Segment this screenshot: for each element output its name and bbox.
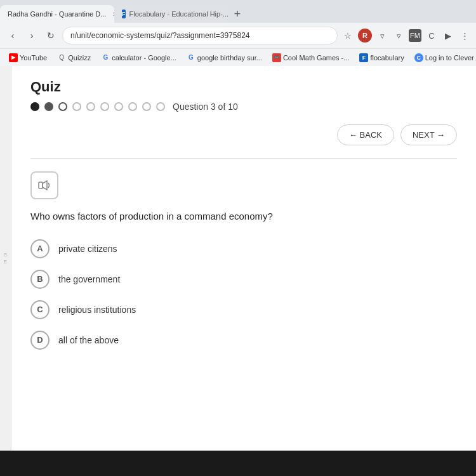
coolmath-favicon: 🎮 [272,53,281,62]
option-letter-d: D [30,331,50,350]
monitor: Radha Gandhi - Quarantine D... ✕ F Floca… [0,0,476,451]
bookmark-quizizz-label: Quizizz [68,54,91,62]
bookmark-calculator[interactable]: G calculator - Google... [97,52,180,63]
google-birthday-favicon: G [187,53,195,62]
sidebar: S E [0,66,11,451]
option-letter-a: A [30,239,50,258]
dot-3 [58,102,67,111]
flocabulary-favicon: F [122,10,126,18]
bookmark-google-birthday-label: google birthday sur... [197,54,262,62]
audio-icon [37,178,52,193]
dot-10 [156,102,165,111]
dot-4 [72,102,81,111]
bookmark-clever-label: Log in to Clever [425,54,474,62]
dot-5 [86,102,95,111]
address-icons: ☆ R ▿ ▿ FM C ▶ ⋮ [341,29,471,43]
page-content: S E Quiz Question 3 of 10 ← B [0,66,476,451]
tab-inactive-label: Flocabulary - Educational Hip-... [129,10,229,18]
answer-option-a[interactable]: A private citizens [30,239,457,258]
bookmark-flocabulary-label: flocabulary [370,54,404,62]
sidebar-marker-1: S [4,252,7,258]
bookmark-flocabulary[interactable]: F flocabulary [355,52,407,63]
option-text-a: private citizens [58,244,117,254]
new-tab-button[interactable]: + [228,5,246,23]
option-text-c: religious institutions [58,305,136,315]
bookmarks-bar: ▶ YouTube Q Quizizz G calculator - Googl… [0,48,476,66]
bookmark-star-icon[interactable]: ☆ [341,29,354,42]
next-button[interactable]: NEXT → [400,124,457,145]
browser-chrome: Radha Gandhi - Quarantine D... ✕ F Floca… [0,0,476,66]
refresh-nav-button[interactable]: ↻ [43,28,58,43]
menu-icon[interactable]: ⋮ [458,29,471,42]
bookmark-youtube-label: YouTube [20,54,47,62]
quizizz-favicon: Q [57,53,66,62]
forward-nav-button[interactable]: › [24,28,39,43]
main-quiz-area: Quiz Question 3 of 10 ← BACK NEXT → [11,66,476,451]
calculator-favicon: G [101,53,110,62]
progress-row: Question 3 of 10 [30,102,457,112]
refresh-icon[interactable]: C [425,29,438,42]
tab-active[interactable]: Radha Gandhi - Quarantine D... ✕ [0,5,114,23]
dot-1 [30,102,39,111]
option-letter-b: B [30,270,50,289]
dot-6 [100,102,109,111]
tab-active-label: Radha Gandhi - Quarantine D... [8,10,106,18]
dot-7 [114,102,123,111]
quiz-title: Quiz [30,79,457,95]
divider [30,158,457,159]
question-text: Who owns factors of production in a comm… [30,209,457,224]
audio-icon-box[interactable] [30,171,58,199]
option-text-b: the government [58,274,120,284]
clever-favicon: C [414,53,423,62]
tab-bar: Radha Gandhi - Quarantine D... ✕ F Floca… [0,0,476,23]
bookmark-clever[interactable]: C Log in to Clever [411,52,476,63]
cast-icon[interactable]: ▶ [442,29,454,42]
sidebar-marker-2: E [4,259,7,265]
bookmark-coolmath-label: Cool Math Games -... [283,54,350,62]
dot-8 [128,102,137,111]
dot-9 [142,102,151,111]
back-nav-button[interactable]: ‹ [5,28,20,43]
bookmark-coolmath[interactable]: 🎮 Cool Math Games -... [268,52,354,63]
svg-rect-0 [39,182,43,188]
address-bar-row: ‹ › ↻ ☆ R ▿ ▿ FM C ▶ ⋮ [0,23,476,48]
flocabulary-bm-favicon: F [359,53,368,62]
tab-inactive[interactable]: F Flocabulary - Educational Hip-... ✕ [114,5,228,23]
bookmark-quizizz[interactable]: Q Quizizz [53,52,95,63]
quiz-nav-buttons: ← BACK NEXT → [30,124,457,145]
question-label: Question 3 of 10 [173,102,238,112]
back-button[interactable]: ← BACK [337,124,394,145]
profile-icon[interactable]: R [358,29,372,43]
bookmark-google-birthday[interactable]: G google birthday sur... [183,52,266,63]
answer-option-b[interactable]: B the government [30,270,457,289]
bookmark-youtube[interactable]: ▶ YouTube [5,52,51,63]
bookmark-calculator-label: calculator - Google... [112,54,176,62]
option-letter-c: C [30,300,50,319]
history-icon[interactable]: ▿ [376,29,388,42]
answer-option-c[interactable]: C religious institutions [30,300,457,319]
dot-2 [44,102,53,111]
option-text-d: all of the above [58,335,119,345]
address-input[interactable] [62,27,338,44]
fm-icon[interactable]: FM [409,29,421,42]
youtube-favicon: ▶ [9,53,18,62]
answer-option-d[interactable]: D all of the above [30,331,457,350]
second-history-icon[interactable]: ▿ [392,29,405,42]
